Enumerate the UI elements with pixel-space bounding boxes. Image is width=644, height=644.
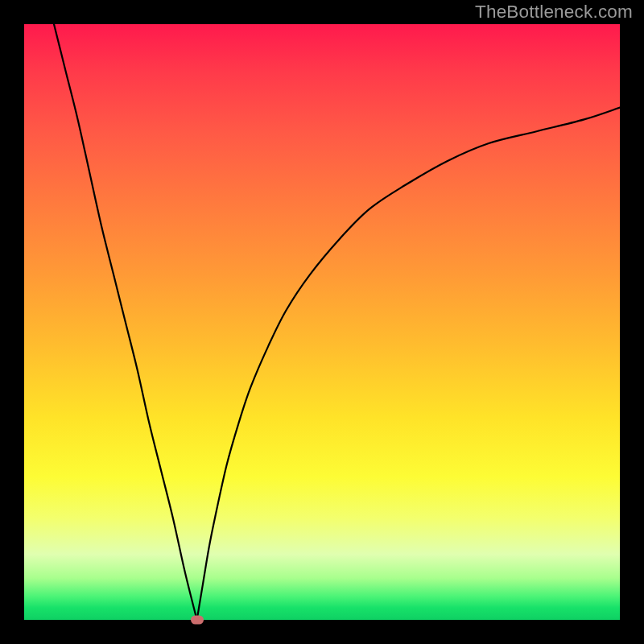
chart-frame: TheBottleneck.com xyxy=(0,0,644,644)
minimum-marker xyxy=(191,616,204,625)
bottleneck-curve xyxy=(24,24,620,620)
watermark-text: TheBottleneck.com xyxy=(475,2,633,23)
curve-right-branch xyxy=(197,108,620,620)
plot-area xyxy=(24,24,620,620)
curve-left-branch xyxy=(54,24,197,620)
